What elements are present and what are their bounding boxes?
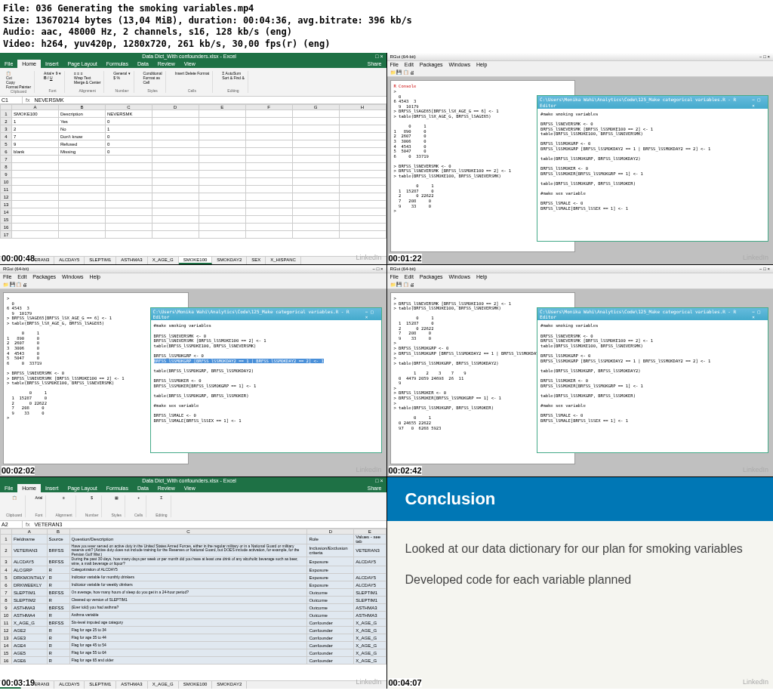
linkedin-logo: LinkedIn <box>743 254 768 261</box>
timestamp: 00:00:48 <box>2 254 35 263</box>
thumbnail-6: Conclusion Looked at our data dictionary… <box>387 477 774 689</box>
spreadsheet[interactable]: ABCDE 1FieldnameSourceQuestion/Descripti… <box>0 529 386 680</box>
ribbon-tabs[interactable]: File Home Insert Page Layout Formulas Da… <box>0 60 386 68</box>
timestamp: 00:03:19 <box>2 678 35 687</box>
linkedin-logo: LinkedIn <box>743 678 768 686</box>
rgui-toolbar[interactable]: 📁 💾 📋 🖨 <box>387 68 774 77</box>
r-editor[interactable]: C:\Users\Monika Wahi\Analytics\Code\125_… <box>537 95 768 241</box>
timestamp: 00:04:07 <box>389 678 422 687</box>
thumbnail-4: RGui (64-bit)− □ × FileEditPackagesWindo… <box>387 265 774 476</box>
excel-titlebar: Data Dict_With confounders.xlsx - Excel□… <box>0 53 386 60</box>
timestamp: 00:02:02 <box>2 466 35 475</box>
linkedin-logo: LinkedIn <box>356 678 381 686</box>
linkedin-logo: LinkedIn <box>356 254 381 261</box>
sheet-tabs[interactable]: MapsVETERAN3ALCDAY5SLEPTIM1ASTHMA3X_AGE_… <box>0 256 386 264</box>
formula-bar[interactable]: C1 fx NEVERSMK <box>0 97 386 104</box>
thumbnail-1: Data Dict_With confounders.xlsx - Excel□… <box>0 53 386 264</box>
linkedin-logo: LinkedIn <box>743 466 768 473</box>
ribbon[interactable]: 📋CutCopyFormat PainterClipboard Arial ▾ … <box>0 68 386 97</box>
conclusion-title: Conclusion <box>387 477 774 521</box>
rgui-menu[interactable]: FileEditPackagesWindowsHelp <box>387 61 774 68</box>
thumbnail-3: RGui (64-bit)− □ × FileEditPackagesWindo… <box>0 265 386 476</box>
rgui-titlebar: RGui (64-bit)− □ × <box>387 53 774 61</box>
conclusion-body: Looked at our data dictionary for our pl… <box>387 521 774 620</box>
timestamp: 00:02:42 <box>389 466 422 475</box>
timestamp: 00:01:22 <box>389 254 422 263</box>
r-editor[interactable]: C:\Users\Monika Wahi\Analytics\Code\125_… <box>537 307 768 453</box>
spreadsheet[interactable]: ABCDEFGH 1SMOKE100DescriptionNEVERSMK 21… <box>0 104 386 256</box>
thumbnail-5: Data Dict_With confounders.xlsx - Excel□… <box>0 477 386 689</box>
thumbnail-grid: Data Dict_With confounders.xlsx - Excel□… <box>0 53 773 688</box>
linkedin-logo: LinkedIn <box>356 466 381 473</box>
thumbnail-2: RGui (64-bit)− □ × FileEditPackagesWindo… <box>387 53 774 264</box>
file-metadata: File: 036 Generating the smoking variabl… <box>0 0 773 53</box>
r-editor[interactable]: C:\Users\Monika Wahi\Analytics\Code\125_… <box>150 307 382 453</box>
